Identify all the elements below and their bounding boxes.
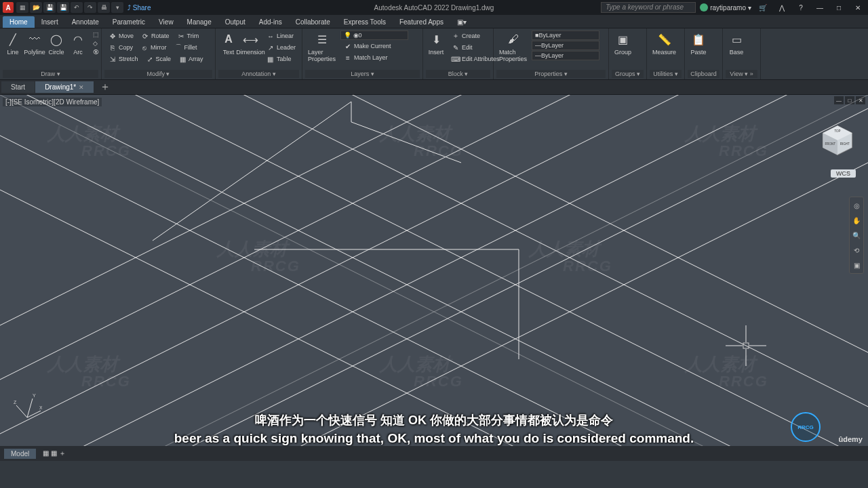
modify-scale-button[interactable]: ⤢Scale bbox=[142, 54, 174, 64]
nav-zoom-icon[interactable]: 🔍 bbox=[851, 230, 862, 241]
modify-trim-button[interactable]: ✂Trim bbox=[174, 30, 202, 41]
modify-array-button[interactable]: ▦Array bbox=[175, 54, 206, 64]
modify-stretch-button[interactable]: ⇲Stretch bbox=[105, 54, 141, 64]
viewcube[interactable]: TOP FRONT RIGHT bbox=[819, 122, 856, 159]
tab-close-icon[interactable]: ✕ bbox=[79, 84, 84, 91]
panel-draw-title[interactable]: Draw ▾ bbox=[3, 70, 98, 78]
app-menu-icon[interactable]: ⋀ bbox=[774, 1, 789, 14]
draw-polyline-button[interactable]: 〰Polyline bbox=[24, 30, 45, 57]
ribbon-tab-annotate[interactable]: Annotate bbox=[65, 16, 106, 28]
ribbon-tab-addins[interactable]: Add-ins bbox=[252, 16, 289, 28]
linetype-combo[interactable]: — ByLayer bbox=[532, 51, 599, 60]
move-icon: ✥ bbox=[108, 31, 117, 41]
search-input[interactable]: Type a keyword or phrase bbox=[601, 2, 696, 13]
qat-open-icon[interactable]: 📂 bbox=[30, 2, 42, 13]
ribbon-tab-focus[interactable]: ▣▾ bbox=[450, 16, 473, 28]
make-current-button[interactable]: ✔Make Current bbox=[340, 41, 419, 52]
tab-drawing1[interactable]: Drawing1*✕ bbox=[35, 81, 94, 93]
window-title: Autodesk AutoCAD 2022 Drawing1.dwg bbox=[374, 4, 494, 12]
help-icon[interactable]: 🛒 bbox=[755, 1, 770, 14]
modify-mirror-button[interactable]: ⎋Mirror bbox=[137, 42, 170, 53]
model-tab[interactable]: Model bbox=[4, 449, 36, 459]
draw-extra-2[interactable]: ◇ bbox=[90, 39, 102, 47]
layer-combo[interactable]: 💡 ◉ 0 bbox=[340, 30, 408, 40]
draw-circle-button[interactable]: ◯Circle bbox=[46, 30, 66, 57]
panel-utilities-title[interactable]: Utilities ▾ bbox=[650, 70, 682, 78]
annot-leader-button[interactable]: ↗Leader bbox=[263, 42, 298, 53]
user-avatar-icon bbox=[700, 3, 708, 12]
ribbon-tab-featured[interactable]: Featured Apps bbox=[393, 16, 450, 28]
match-properties-button[interactable]: 🖌Match Properties bbox=[496, 30, 530, 64]
tab-start[interactable]: Start bbox=[1, 81, 35, 93]
info-icon[interactable]: ? bbox=[793, 1, 808, 14]
draw-extra-1[interactable]: ⬚ bbox=[90, 30, 102, 39]
wcs-badge[interactable]: WCS bbox=[831, 169, 856, 178]
ribbon-tab-collaborate[interactable]: Collaborate bbox=[289, 16, 337, 28]
panel-clipboard-title[interactable]: Clipboard bbox=[688, 70, 719, 78]
paste-icon: 📋 bbox=[690, 31, 707, 47]
modify-copy-button[interactable]: ⎘Copy bbox=[105, 42, 136, 53]
qat-new-icon[interactable]: ▦ bbox=[16, 2, 28, 13]
close-button[interactable]: ✕ bbox=[850, 1, 865, 14]
panel-modify-title[interactable]: Modify ▾ bbox=[104, 70, 212, 78]
base-button[interactable]: ▭Base bbox=[726, 30, 747, 57]
color-combo[interactable]: ■ ByLayer bbox=[532, 30, 599, 40]
app-logo[interactable]: A bbox=[3, 2, 14, 13]
panel-annotation: AText ⟷Dimension ↔Linear ↗Leader ▦Table … bbox=[216, 28, 302, 79]
lineweight-combo[interactable]: — ByLayer bbox=[532, 41, 599, 50]
panel-view-title[interactable]: View ▾ » bbox=[726, 70, 757, 78]
layout-tabs[interactable]: ▦ ▦ ＋ bbox=[39, 449, 70, 458]
annot-table-button[interactable]: ▦Table bbox=[263, 54, 298, 64]
annot-linear-button[interactable]: ↔Linear bbox=[263, 30, 298, 41]
modify-rotate-button[interactable]: ⟳Rotate bbox=[138, 30, 172, 41]
ribbon-tab-manage[interactable]: Manage bbox=[180, 16, 218, 28]
block-insert-button[interactable]: ⬇Insert bbox=[426, 30, 446, 57]
draw-line-button[interactable]: ╱Line bbox=[3, 30, 23, 57]
qat-undo-icon[interactable]: ↶ bbox=[71, 2, 83, 13]
match-layer-button[interactable]: ≡Match Layer bbox=[340, 52, 419, 63]
panel-properties-title[interactable]: Properties ▾ bbox=[496, 70, 606, 78]
panel-groups-title[interactable]: Groups ▾ bbox=[612, 70, 644, 78]
qat-save-icon[interactable]: 💾 bbox=[43, 2, 56, 13]
ribbon-tab-output[interactable]: Output bbox=[218, 16, 252, 28]
nav-showmotion-icon[interactable]: ▣ bbox=[851, 260, 862, 270]
make-current-icon: ✔ bbox=[343, 41, 353, 51]
ribbon-tab-parametric[interactable]: Parametric bbox=[106, 16, 152, 28]
nav-pan-icon[interactable]: ✋ bbox=[851, 215, 862, 226]
user-menu[interactable]: raytiparamo ▾ bbox=[700, 3, 751, 12]
paste-button[interactable]: 📋Paste bbox=[688, 30, 709, 57]
ribbon-tab-express[interactable]: Express Tools bbox=[337, 16, 393, 28]
qat-more-icon[interactable]: ▾ bbox=[111, 2, 123, 13]
quick-access-toolbar: ▦ 📂 💾 💾 ↶ ↷ 🖶 ▾ bbox=[16, 2, 123, 13]
qat-saveas-icon[interactable]: 💾 bbox=[57, 2, 69, 13]
panel-layers-title[interactable]: Layers ▾ bbox=[305, 70, 420, 78]
ribbon-tab-insert[interactable]: Insert bbox=[35, 16, 65, 28]
minimize-button[interactable]: — bbox=[812, 1, 827, 14]
panel-groups: ▣Group Groups ▾ bbox=[609, 28, 647, 79]
drawing-viewport[interactable]: [-][SE Isometric][2D Wireframe] — □ ✕ bbox=[0, 95, 868, 461]
qat-redo-icon[interactable]: ↷ bbox=[84, 2, 96, 13]
nav-wheel-icon[interactable]: ◎ bbox=[851, 200, 862, 211]
tab-new-button[interactable]: ＋ bbox=[94, 78, 116, 96]
panel-utilities: 📏Measure Utilities ▾ bbox=[647, 28, 685, 79]
panel-block-title[interactable]: Block ▾ bbox=[426, 70, 490, 78]
attr-icon: ⌨ bbox=[451, 54, 460, 64]
nav-orbit-icon[interactable]: ⟲ bbox=[851, 245, 862, 256]
dimension-icon: ⟷ bbox=[242, 31, 258, 47]
modify-fillet-button[interactable]: ⌒Fillet bbox=[171, 42, 200, 53]
layer-properties-button[interactable]: ☰Layer Properties bbox=[305, 30, 338, 64]
share-button[interactable]: ⤴ Share bbox=[127, 4, 151, 12]
panel-annotation-title[interactable]: Annotation ▾ bbox=[218, 70, 299, 78]
ribbon-tab-home[interactable]: Home bbox=[3, 16, 35, 28]
draw-extra-3[interactable]: ⦿ bbox=[90, 48, 102, 56]
measure-button[interactable]: 📏Measure bbox=[650, 30, 679, 57]
modify-move-button[interactable]: ✥Move bbox=[105, 30, 136, 41]
svg-rect-18 bbox=[743, 343, 749, 348]
ribbon-tab-view[interactable]: View bbox=[152, 16, 180, 28]
draw-arc-button[interactable]: ◠Arc bbox=[68, 30, 88, 57]
qat-print-icon[interactable]: 🖶 bbox=[98, 2, 110, 13]
svg-text:Y: Y bbox=[33, 393, 36, 398]
annot-dimension-button[interactable]: ⟷Dimension bbox=[240, 30, 261, 57]
group-button[interactable]: ▣Group bbox=[612, 30, 634, 57]
maximize-button[interactable]: □ bbox=[831, 1, 846, 14]
